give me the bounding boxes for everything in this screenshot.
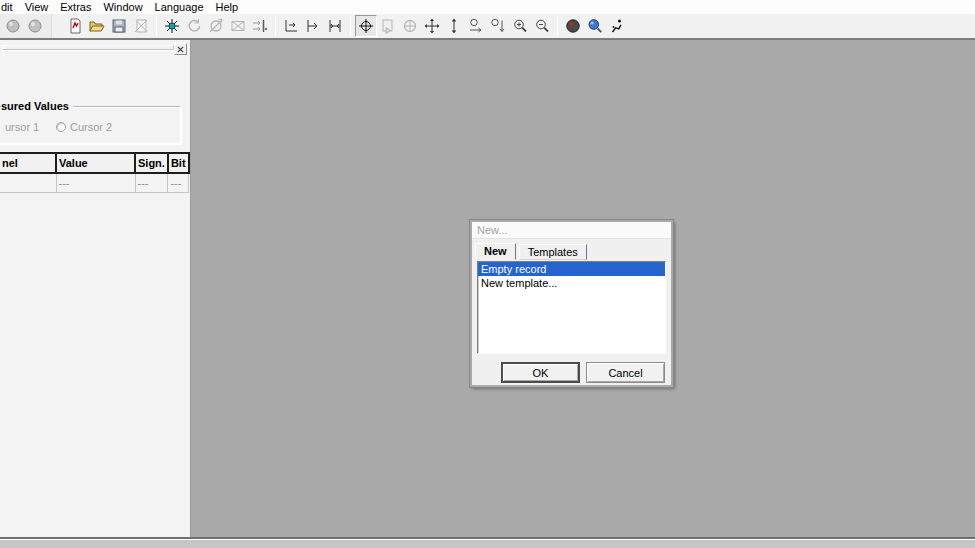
tab-templates[interactable]: Templates: [519, 244, 587, 260]
cursor2-radio-label: Cursor 2: [66, 121, 112, 133]
rotate-icon[interactable]: [183, 15, 205, 37]
dialog-button-row: OK Cancel: [472, 362, 665, 383]
save-icon[interactable]: [108, 15, 130, 37]
measure-start-icon[interactable]: [302, 15, 324, 37]
close-icon: [177, 46, 184, 53]
led-button-group: [0, 14, 52, 38]
record-icon[interactable]: [562, 15, 584, 37]
table-row: --- --- ---: [0, 173, 189, 192]
cell-channel: [0, 173, 56, 192]
menu-bar: dit View Extras Window Language Help: [0, 0, 975, 14]
menu-item-view[interactable]: View: [19, 0, 55, 14]
cursor1-radio-label: ursor 1: [1, 121, 39, 133]
column-header-value: Value: [56, 153, 135, 173]
menu-item-edit[interactable]: dit: [0, 0, 19, 14]
menu-item-extras[interactable]: Extras: [54, 0, 97, 14]
zoom-vertical-icon[interactable]: [487, 15, 509, 37]
signal-config-icon[interactable]: [249, 15, 271, 37]
box-crossed-icon[interactable]: [227, 15, 249, 37]
search-icon[interactable]: [584, 15, 606, 37]
application-window: dit View Extras Window Language Help: [0, 0, 975, 548]
stretch-vertical-icon[interactable]: [443, 15, 465, 37]
panel-header: [0, 42, 190, 56]
dialog-titlebar[interactable]: New...: [472, 222, 671, 239]
print-disabled-icon[interactable]: [130, 15, 152, 37]
measure-baseline-icon[interactable]: [280, 15, 302, 37]
led-button-1-icon[interactable]: [2, 15, 24, 37]
cell-bit: ---: [168, 173, 189, 192]
cursor-radio-group: ursor 1 Cursor 2: [1, 121, 112, 133]
toolbar: [0, 14, 975, 40]
new-report-icon[interactable]: [64, 15, 86, 37]
radio-circle-icon: [56, 122, 66, 132]
measure-span-icon[interactable]: [324, 15, 346, 37]
cell-sign: ---: [135, 173, 168, 192]
list-item-new-template[interactable]: New template...: [478, 276, 665, 290]
measured-values-group: sured Values ursor 1 Cursor 2: [0, 106, 181, 144]
column-header-channel: nel: [0, 153, 56, 173]
zoom-out-icon[interactable]: [531, 15, 553, 37]
cursor2-radio[interactable]: Cursor 2: [56, 121, 112, 133]
group-title: sured Values: [1, 100, 73, 112]
cell-value: ---: [56, 173, 135, 192]
measured-values-table: nel Value Sign. Bit --- --- ---: [0, 152, 190, 193]
list-item-empty-record[interactable]: Empty record: [478, 262, 665, 276]
led-button-2-icon[interactable]: [24, 15, 46, 37]
new-dialog: New... New Templates Empty record New te…: [470, 220, 673, 387]
panel-grabber[interactable]: [2, 45, 174, 50]
record-type-list: Empty record New template...: [477, 261, 666, 354]
toolbar-separator: [350, 16, 351, 36]
zoom-in-icon[interactable]: [509, 15, 531, 37]
status-bar: [0, 537, 975, 548]
page-forward-icon[interactable]: [377, 15, 399, 37]
menu-item-window[interactable]: Window: [97, 0, 148, 14]
menu-item-help[interactable]: Help: [210, 0, 245, 14]
open-file-icon[interactable]: [86, 15, 108, 37]
column-header-sign: Sign.: [135, 153, 168, 173]
move-icon[interactable]: [421, 15, 443, 37]
toolbar-separator: [557, 16, 558, 36]
measured-values-panel: sured Values ursor 1 Cursor 2 nel Value …: [0, 40, 191, 537]
toolbar-separator: [275, 16, 276, 36]
dialog-title: New...: [477, 224, 508, 236]
ok-button[interactable]: OK: [501, 362, 580, 383]
menu-item-language[interactable]: Language: [149, 0, 210, 14]
runner-icon[interactable]: [606, 15, 628, 37]
zoom-horizontal-icon[interactable]: [465, 15, 487, 37]
table-header-row: nel Value Sign. Bit: [0, 153, 189, 173]
tab-new[interactable]: New: [475, 243, 516, 260]
flash-measure-icon[interactable]: [161, 15, 183, 37]
dialog-tabs: New Templates: [472, 244, 671, 260]
column-header-bit: Bit: [168, 153, 189, 173]
rotate-crossed-icon[interactable]: [205, 15, 227, 37]
center-target-icon[interactable]: [399, 15, 421, 37]
crosshair-icon[interactable]: [355, 15, 377, 37]
toolbar-separator: [156, 16, 157, 36]
cancel-button[interactable]: Cancel: [586, 362, 665, 383]
cursor1-radio[interactable]: ursor 1: [1, 121, 56, 133]
panel-close-button[interactable]: [174, 43, 187, 55]
